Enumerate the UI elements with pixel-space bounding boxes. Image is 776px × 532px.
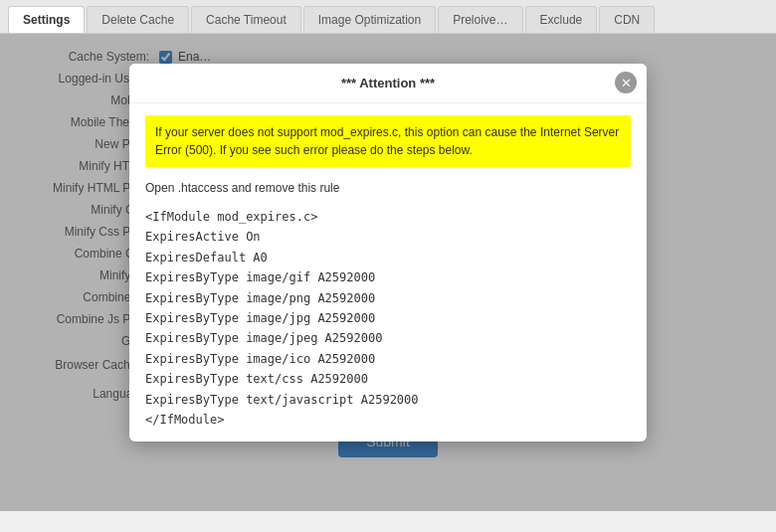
code-line-7: ExpiresByType image/jpeg A2592000 — [145, 328, 631, 348]
modal-instruction: Open .htaccess and remove this rule — [145, 179, 631, 197]
code-line-4: ExpiresByType image/gif A2592000 — [145, 267, 631, 287]
code-line-3: ExpiresDefault A0 — [145, 248, 631, 267]
code-line-11: </IfModule> — [145, 410, 631, 430]
attention-banner: If your server does not support mod_expi… — [145, 115, 631, 167]
code-line-2: ExpiresActive On — [145, 227, 631, 247]
tab-bar: Settings Delete Cache Cache Timeout Imag… — [0, 0, 776, 34]
attention-modal: *** Attention *** ✕ If your server does … — [129, 64, 647, 442]
modal-overlay: *** Attention *** ✕ If your server does … — [0, 34, 776, 511]
code-line-9: ExpiresByType text/css A2592000 — [145, 369, 631, 389]
modal-body: If your server does not support mod_expi… — [129, 103, 647, 442]
code-line-10: ExpiresByType text/javascript A2592000 — [145, 390, 631, 410]
code-line-8: ExpiresByType image/ico A2592000 — [145, 349, 631, 369]
tab-settings[interactable]: Settings — [8, 6, 85, 33]
tab-cache-timeout[interactable]: Cache Timeout — [191, 6, 301, 33]
tab-exclude[interactable]: Exclude — [525, 6, 598, 33]
main-content: Cache System: Ena… Logged-in Users: Do… … — [0, 34, 776, 511]
code-block: <IfModule mod_expires.c> ExpiresActive O… — [145, 207, 631, 430]
modal-title: *** Attention *** — [129, 64, 647, 103]
code-line-5: ExpiresByType image/png A2592000 — [145, 288, 631, 308]
code-line-6: ExpiresByType image/jpg A2592000 — [145, 308, 631, 328]
code-line-1: <IfModule mod_expires.c> — [145, 207, 631, 227]
modal-close-button[interactable]: ✕ — [615, 72, 637, 93]
tab-cdn[interactable]: CDN — [599, 6, 655, 33]
tab-delete-cache[interactable]: Delete Cache — [87, 6, 189, 33]
tab-preloive[interactable]: Preloive… — [438, 6, 522, 33]
tab-image-optimization[interactable]: Image Optimization — [303, 6, 436, 33]
